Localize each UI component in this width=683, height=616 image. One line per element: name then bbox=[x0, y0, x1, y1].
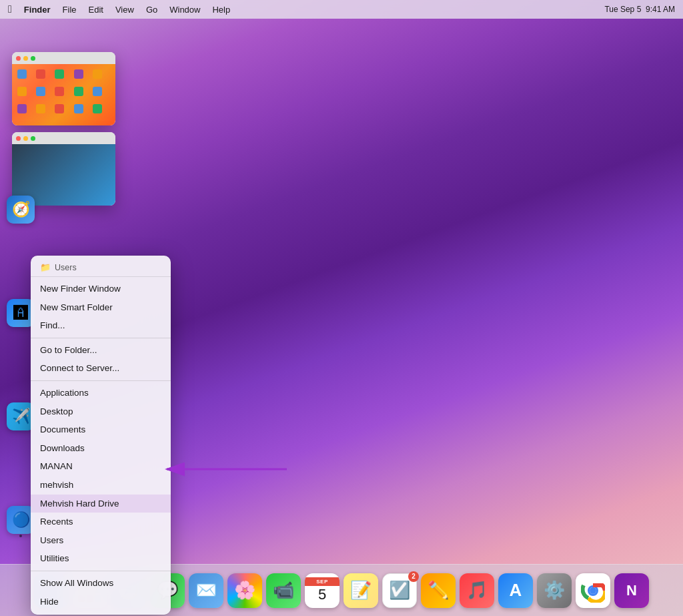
dock-facetime[interactable]: 📹 bbox=[266, 573, 301, 608]
menu-item-hide[interactable]: Hide bbox=[31, 593, 171, 611]
context-menu-title: Users bbox=[55, 263, 77, 272]
apple-menu[interactable]:  bbox=[8, 3, 12, 15]
window-thumbnail-2[interactable] bbox=[12, 132, 115, 206]
menu-separator-3 bbox=[31, 571, 171, 571]
desktop-content: 🧭 🅰 ✈️ 🔵 📁 Users New Finder Window New S… bbox=[0, 19, 683, 564]
freeform-dock-glyph: ✏️ bbox=[428, 580, 449, 601]
dock-chrome[interactable] bbox=[576, 573, 610, 608]
menu-item-applications[interactable]: Applications bbox=[31, 384, 171, 402]
menubar-window[interactable]: Window bbox=[169, 5, 200, 15]
menu-separator-2 bbox=[31, 380, 171, 381]
menu-item-documents[interactable]: Documents bbox=[31, 420, 171, 439]
menubar-clock: Tue Sep 5 9:41 AM bbox=[604, 5, 675, 14]
arrow-indicator bbox=[147, 449, 293, 492]
appstore-dock-glyph: A bbox=[510, 580, 522, 601]
window-thumbnail-1[interactable] bbox=[12, 52, 115, 125]
dock-freeform[interactable]: ✏️ bbox=[421, 573, 456, 608]
notes-dock-glyph: 📝 bbox=[350, 580, 372, 601]
menubar:  Finder File Edit View Go Window Help T… bbox=[0, 0, 683, 19]
menu-item-find[interactable]: Find... bbox=[31, 316, 171, 335]
dock-settings[interactable]: ⚙️ bbox=[537, 573, 572, 608]
chrome-icon bbox=[581, 579, 605, 603]
menubar-file[interactable]: File bbox=[63, 5, 77, 15]
facetime-dock-glyph: 📹 bbox=[273, 580, 294, 601]
menu-item-mehvish-hard-drive[interactable]: Mehvish Hard Drive bbox=[31, 495, 171, 513]
telegram-icon-glyph: ✈️ bbox=[12, 408, 30, 425]
folder-icon: 📁 bbox=[40, 262, 51, 272]
safari-sidebar-icon[interactable]: 🧭 bbox=[7, 196, 35, 224]
dock-mail[interactable]: ✉️ bbox=[189, 573, 223, 608]
reminders-badge: 2 bbox=[408, 571, 419, 582]
menubar-view[interactable]: View bbox=[115, 5, 134, 15]
context-menu-header: 📁 Users bbox=[31, 260, 171, 277]
svg-point-4 bbox=[590, 587, 596, 594]
menu-item-new-finder-window[interactable]: New Finder Window bbox=[31, 280, 171, 298]
dock-onenote[interactable]: N bbox=[614, 573, 649, 608]
menu-separator-1 bbox=[31, 338, 171, 338]
settings-dock-glyph: ⚙️ bbox=[544, 580, 565, 601]
menu-item-users[interactable]: Users bbox=[31, 531, 171, 550]
menu-item-desktop[interactable]: Desktop bbox=[31, 402, 171, 421]
calendar-day: 5 bbox=[318, 586, 326, 603]
menu-item-connect-to-server[interactable]: Connect to Server... bbox=[31, 359, 171, 378]
menubar-help[interactable]: Help bbox=[212, 5, 230, 15]
menubar-edit[interactable]: Edit bbox=[89, 5, 103, 15]
dock-calendar[interactable]: SEP 5 bbox=[305, 573, 339, 608]
appstore-icon-glyph: 🅰 bbox=[13, 304, 28, 322]
calendar-month: SEP bbox=[305, 577, 339, 586]
onenote-dock-glyph: N bbox=[626, 582, 637, 599]
dock-notes[interactable]: 📝 bbox=[344, 573, 378, 608]
menu-item-recents[interactable]: Recents bbox=[31, 513, 171, 531]
context-menu: 📁 Users New Finder Window New Smart Fold… bbox=[31, 256, 171, 615]
dock-music[interactable]: 🎵 bbox=[460, 573, 494, 608]
menubar-go[interactable]: Go bbox=[146, 5, 157, 15]
menubar-finder[interactable]: Finder bbox=[24, 5, 51, 15]
safari-icon-glyph: 🧭 bbox=[12, 201, 30, 218]
menu-item-utilities[interactable]: Utilities bbox=[31, 549, 171, 568]
music-dock-glyph: 🎵 bbox=[466, 580, 488, 601]
menu-item-go-to-folder[interactable]: Go to Folder... bbox=[31, 341, 171, 360]
dock-appstore[interactable]: A bbox=[498, 573, 533, 608]
dock-reminders[interactable]: ☑️ 2 bbox=[382, 573, 417, 608]
menu-item-new-smart-folder[interactable]: New Smart Folder bbox=[31, 298, 171, 317]
reminders-dock-glyph: ☑️ bbox=[389, 580, 410, 601]
finder-sidebar-icon-glyph: 🔵 bbox=[12, 511, 30, 529]
mail-dock-glyph: ✉️ bbox=[195, 580, 217, 601]
photos-dock-glyph: 🌸 bbox=[234, 580, 255, 601]
dock-photos[interactable]: 🌸 bbox=[227, 573, 262, 608]
menu-item-show-all-windows[interactable]: Show All Windows bbox=[31, 574, 171, 593]
